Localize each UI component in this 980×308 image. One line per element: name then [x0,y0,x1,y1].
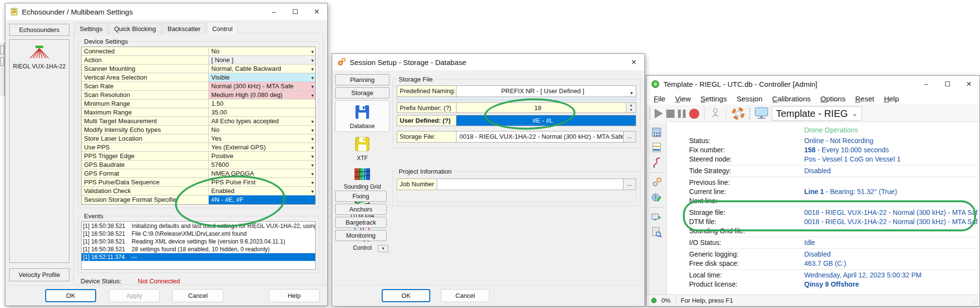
prefix-number-spinner[interactable]: ▲ ▼ [626,103,636,113]
dropdown-arrow-icon[interactable]: ▾ [311,178,314,186]
event-line[interactable]: [1] 16:50:38.521 28 settings found (18 e… [82,245,315,253]
apply-button[interactable]: Apply [109,289,160,302]
minimize-icon[interactable]: – [263,3,285,20]
close-icon[interactable]: ✕ [306,3,327,20]
dropdown-arrow-icon[interactable]: ▾ [311,74,314,81]
sound-velocity-icon[interactable] [651,157,662,168]
event-line[interactable]: [1] 16:50:38.521 Reading XML device sett… [82,238,315,245]
resize-grip-icon[interactable]: ⋰ [638,299,643,305]
logbook-icon[interactable] [651,227,662,238]
tab-backscatter[interactable]: Backscatter [162,23,206,35]
setting-value[interactable]: Enabled▾ [209,187,315,195]
drivers-gears-icon[interactable] [651,177,662,188]
setting-value[interactable]: 57600▾ [209,161,315,169]
device-name[interactable]: RIEGL VUX-1HA-22 [10,63,69,70]
toolbar-grip[interactable] [649,108,650,119]
event-line[interactable]: [1] 16:50:38.521 File C:\9.0\Release\XML… [82,230,315,238]
menu-file[interactable]: File [649,94,670,104]
setting-value[interactable]: Normal (300 kHz) - MTA Safe▾ [209,82,315,90]
dropdown-arrow-icon[interactable]: ▾ [311,91,314,99]
spinner-down-icon[interactable]: ▼ [626,108,636,113]
maximize-icon[interactable] [937,76,958,92]
events-list[interactable]: [1] 16:50:38.521 Initializing defaults a… [81,221,316,270]
lifering-icon[interactable] [731,107,745,120]
echosounder-device-list[interactable]: RIEGL VUX-1HA-22 [9,39,69,263]
dropdown-arrow-icon[interactable]: ▾ [311,117,314,125]
maximize-icon[interactable] [285,3,306,20]
io-status-icon[interactable] [651,212,662,223]
menu-session[interactable]: Session [732,94,767,104]
tab-settings[interactable]: Settings [74,23,108,35]
setting-value[interactable]: Visible▾ [209,73,315,81]
setting-value[interactable]: [ None ]▾ [209,56,315,64]
echosounders-header[interactable]: Echosounders [9,24,69,36]
menu-help[interactable]: Help [879,94,903,104]
more-pages-dropdown[interactable]: ▾ [378,245,389,252]
menu-view[interactable]: View [671,94,695,104]
resize-grip-icon[interactable]: ⋰ [973,299,978,305]
record-icon[interactable] [689,109,699,119]
close-icon[interactable]: ✕ [958,76,980,92]
storage-file-value[interactable]: 0018 - RIEGL VUX-1HA-22 - Normal (300 kH… [456,131,623,142]
menu-calibrations[interactable]: Calibrations [768,94,815,104]
tab-quick-blocking[interactable]: Quick Blocking [109,23,161,35]
setting-value[interactable]: Normal, Cable Backward▾ [209,65,315,73]
stop-icon[interactable] [666,110,675,118]
job-number-input[interactable] [437,179,623,190]
dropdown-arrow-icon[interactable]: ▾ [311,56,314,64]
dropdown-arrow-icon[interactable]: ▾ [311,48,314,55]
dropdown-arrow-icon[interactable]: ▾ [311,65,314,73]
calculator-icon[interactable] [651,127,662,138]
sidebar-item-anchors[interactable]: Anchors [335,204,387,215]
dropdown-arrow-icon[interactable]: ▾ [311,152,314,160]
spinner-up-icon[interactable]: ▲ [626,103,636,108]
sidebar-item-fixing[interactable]: Fixing [335,191,387,202]
ok-button[interactable]: OK [382,289,430,302]
help-button[interactable]: Help [269,289,320,302]
setting-value[interactable]: Yes▾ [209,134,315,143]
setting-value[interactable]: 35.00 [209,108,315,116]
dropdown-arrow-icon[interactable]: ▾ [311,126,314,134]
echosounder-titlebar[interactable]: Echosounder / Multibeam Settings – ✕ [5,3,327,20]
sidebar-item-storage[interactable]: Storage [335,87,389,98]
event-line[interactable]: [1] 16:50:38.521 Initializing defaults a… [82,222,315,230]
dropdown-arrow-icon[interactable]: ▾ [630,88,633,97]
controller-titlebar[interactable]: Template - RIEGL - UTC.db - Controller [… [646,76,980,92]
setting-value[interactable]: All Echo types accepted▾ [209,117,315,125]
survey-globe-icon[interactable] [651,192,662,203]
sidebar-item-database[interactable]: Database [335,100,389,132]
sidebar-item-planning[interactable]: Planning [335,74,389,85]
remote-display-icon[interactable] [755,107,768,120]
setting-value[interactable]: No▾ [209,126,315,134]
setting-value[interactable]: Medium High (0.080 deg)▾ [209,91,315,99]
sidebar-item-sounding-grid[interactable]: Sounding Grid [335,164,389,192]
cancel-button[interactable]: Cancel [172,289,223,302]
menu-reset[interactable]: Reset [851,94,879,104]
setting-value-selected[interactable]: #N - #E, #F [209,195,315,204]
template-combo[interactable]: Template - RIEG ⌄ [772,106,862,121]
dropdown-arrow-icon[interactable]: ▾ [311,170,314,178]
menu-options[interactable]: Options [816,94,850,104]
storage-file-browse-button[interactable]: ... [623,131,636,142]
setting-value[interactable]: 1.50 [209,99,315,108]
dropdown-arrow-icon[interactable]: ▾ [311,187,314,195]
cancel-button[interactable]: Cancel [441,289,490,302]
replay-tool-icon[interactable] [710,107,721,120]
dropdown-arrow-icon[interactable]: ▾ [311,82,314,90]
toolbar-grip[interactable] [749,108,750,119]
dropdown-arrow-icon[interactable]: ▾ [311,144,314,151]
ok-button[interactable]: OK [45,289,96,302]
setting-value[interactable]: PPS Pulse First▾ [209,178,315,186]
velocity-profile-button[interactable]: Velocity Profile [9,268,69,281]
prefix-number-input[interactable]: 18 [456,103,626,113]
dropdown-arrow-icon[interactable]: ▾ [311,135,314,143]
pause-icon[interactable] [678,110,686,118]
sidebar-item-xtf[interactable]: XTF [335,133,389,163]
menu-settings[interactable]: Settings [696,94,731,104]
tab-control[interactable]: Control [207,22,238,34]
sidebar-item-bargetrack[interactable]: Bargetrack [335,217,387,228]
minimize-icon[interactable]: – [915,76,937,92]
setting-value[interactable]: Positive▾ [209,152,315,160]
dropdown-arrow-icon[interactable]: ▾ [311,161,314,169]
event-line-selected[interactable]: [1] 16:52:11.374 --- [82,253,315,261]
